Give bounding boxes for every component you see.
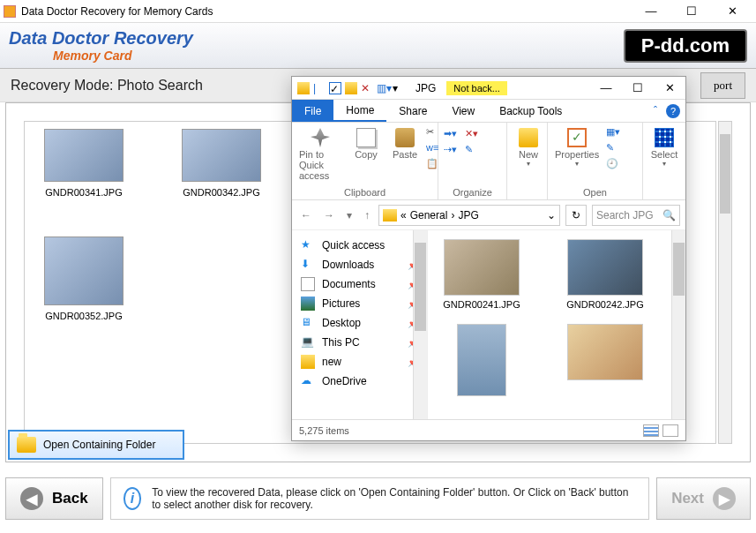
explorer-maximize-button[interactable]: ☐: [622, 81, 654, 94]
delete-icon[interactable]: ✕: [361, 82, 373, 94]
content-pane: GNDR00241.JPG GNDR00242.JPG: [428, 230, 685, 419]
star-icon: ★: [301, 238, 315, 252]
nav-downloads[interactable]: ⬇Downloads📌: [292, 255, 427, 274]
paste-icon: [395, 128, 415, 147]
back-label: Back: [52, 490, 88, 507]
checkbox-icon[interactable]: ✓: [329, 82, 341, 94]
copy-to-icon[interactable]: ⇢▾: [444, 144, 458, 158]
open-group-label: Open: [548, 187, 642, 199]
help-icon[interactable]: ?: [666, 104, 680, 118]
select-button[interactable]: Select▾: [647, 126, 682, 169]
brand-line2: Memory Card: [53, 49, 193, 63]
maximize-button[interactable]: ☐: [671, 0, 712, 23]
select-icon: [655, 128, 674, 147]
search-placeholder: Search JPG: [596, 209, 654, 221]
properties-icon[interactable]: ▥▾: [377, 82, 389, 94]
copy-button[interactable]: Copy: [348, 126, 384, 161]
site-badge: P-dd.com: [624, 29, 747, 63]
breadcrumb-sep: ›: [451, 209, 454, 221]
next-arrow-icon: ▶: [713, 487, 736, 510]
results-scrollbar[interactable]: [718, 121, 732, 444]
search-input[interactable]: Search JPG 🔍: [592, 205, 680, 226]
close-button[interactable]: ✕: [712, 0, 752, 23]
details-view-icon[interactable]: [643, 424, 659, 437]
explorer-minimize-button[interactable]: —: [590, 81, 622, 94]
new-folder-icon: [519, 128, 538, 147]
nav-pictures[interactable]: Pictures📌: [292, 294, 427, 313]
recovery-mode-label: Recovery Mode: Photo Search: [11, 78, 203, 94]
nav-back-icon[interactable]: ←: [297, 209, 315, 221]
delete-icon[interactable]: ✕▾: [465, 128, 479, 142]
properties-button[interactable]: Properties▾: [551, 126, 603, 169]
file-thumb[interactable]: [433, 324, 530, 400]
not-backed-badge[interactable]: Not back...: [446, 81, 507, 95]
breadcrumb-seg[interactable]: JPG: [458, 209, 478, 221]
new-folder-button[interactable]: New▾: [511, 126, 546, 169]
file-thumb[interactable]: [557, 324, 654, 400]
file-thumb[interactable]: GNDR00242.JPG: [557, 239, 654, 310]
nav-desktop[interactable]: 🖥Desktop📌: [292, 313, 427, 333]
report-button[interactable]: port: [700, 72, 745, 99]
explorer-close-button[interactable]: ✕: [654, 81, 685, 94]
file-tab[interactable]: File: [292, 100, 333, 122]
open-containing-folder-button[interactable]: Open Containing Folder: [8, 430, 184, 460]
nav-recent-icon[interactable]: ▾: [343, 209, 356, 221]
back-button[interactable]: ◀ Back: [5, 477, 103, 520]
view-tab[interactable]: View: [439, 100, 487, 122]
document-icon: [301, 277, 315, 291]
nav-onedrive[interactable]: ☁OneDrive: [292, 372, 427, 391]
paste-button[interactable]: Paste: [387, 126, 423, 161]
explorer-window: | ✓ ✕ ▥▾ ▾ JPG Not back... — ☐ ✕ File Ho…: [291, 76, 686, 441]
folder-icon: [301, 355, 315, 369]
result-thumb[interactable]: GNDR00341.JPG: [35, 129, 132, 214]
pictures-icon: [301, 297, 315, 311]
desktop-icon: 🖥: [301, 316, 315, 330]
breadcrumb-seg[interactable]: General: [410, 209, 448, 221]
open-icon[interactable]: ▦▾: [606, 126, 620, 140]
app-header: Data Doctor Recovery Memory Card P-dd.co…: [0, 23, 756, 69]
edit-icon[interactable]: ✎: [606, 142, 620, 156]
move-to-icon[interactable]: ➡▾: [444, 128, 458, 142]
pc-icon: 💻: [301, 335, 315, 349]
next-button[interactable]: Next ▶: [656, 477, 751, 520]
refresh-button[interactable]: ↻: [565, 205, 587, 226]
info-text: To view the recovered Data, please click…: [152, 486, 636, 511]
minimize-button[interactable]: —: [631, 0, 671, 23]
result-thumb[interactable]: GNDR00342.JPG: [173, 129, 270, 214]
nav-new-folder[interactable]: new📌: [292, 352, 427, 372]
navpane-scrollbar[interactable]: [413, 230, 427, 419]
result-thumb[interactable]: GNDR00352.JPG: [35, 236, 132, 321]
home-tab[interactable]: Home: [333, 100, 386, 122]
navigation-pane: ★Quick access ⬇Downloads📌 Documents📌 Pic…: [292, 230, 428, 419]
nav-forward-icon[interactable]: →: [320, 209, 338, 221]
pin-to-quick-access-button[interactable]: Pin to Quick access: [296, 126, 345, 183]
onedrive-icon: ☁: [301, 374, 315, 388]
explorer-statusbar: 5,275 items: [292, 419, 685, 440]
explorer-titlebar: | ✓ ✕ ▥▾ ▾ JPG Not back... — ☐ ✕: [292, 77, 685, 100]
history-icon[interactable]: 🕘: [606, 158, 620, 172]
nav-this-pc[interactable]: 💻This PC📌: [292, 333, 427, 352]
content-scrollbar[interactable]: [671, 230, 685, 419]
address-dropdown-icon[interactable]: ⌄: [547, 209, 556, 221]
collapse-ribbon-icon[interactable]: ˆ: [648, 100, 662, 122]
folder-icon: [17, 437, 36, 453]
share-tab[interactable]: Share: [386, 100, 439, 122]
quick-access-toolbar[interactable]: | ✓ ✕ ▥▾ ▾: [292, 82, 410, 94]
organize-group-label: Organize: [438, 187, 506, 199]
info-box: i To view the recovered Data, please cli…: [110, 477, 650, 520]
address-path[interactable]: « General › JPG ⌄: [378, 205, 560, 226]
nav-documents[interactable]: Documents📌: [292, 274, 427, 294]
thumbnails-view-icon[interactable]: [662, 424, 678, 437]
address-bar: ← → ▾ ↑ « General › JPG ⌄ ↻ Search JPG 🔍: [292, 200, 685, 230]
divider-icon: |: [313, 82, 326, 94]
main-titlebar: Data Doctor Recovery for Memory Cards — …: [0, 0, 756, 23]
app-icon: [4, 5, 16, 18]
qat-dropdown-icon[interactable]: ▾: [393, 82, 405, 94]
rename-icon[interactable]: ✎: [465, 144, 479, 158]
file-thumb[interactable]: GNDR00241.JPG: [433, 239, 530, 310]
ribbon-tabs: File Home Share View Backup Tools ˆ ?: [292, 100, 685, 123]
nav-up-icon[interactable]: ↑: [361, 209, 373, 221]
folder-icon: [383, 209, 397, 221]
backup-tools-tab[interactable]: Backup Tools: [487, 100, 574, 122]
nav-quick-access[interactable]: ★Quick access: [292, 236, 427, 255]
